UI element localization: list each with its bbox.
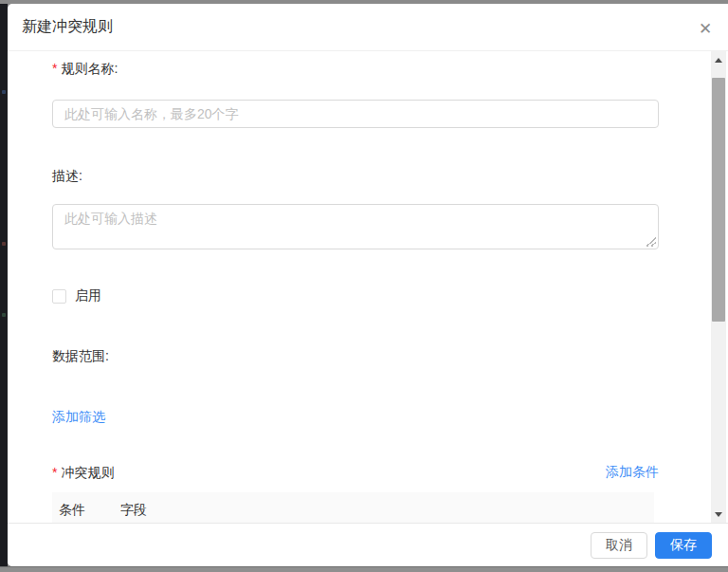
textarea-resize-handle[interactable] <box>646 237 656 247</box>
vertical-scrollbar[interactable] <box>711 51 726 523</box>
dimmed-background-page <box>0 4 8 566</box>
column-header-field: 字段 <box>120 502 147 519</box>
description-field-wrap <box>52 204 659 249</box>
data-scope-label: 数据范围: <box>52 346 659 365</box>
cancel-button[interactable]: 取消 <box>591 532 647 559</box>
background-artifact <box>2 90 6 94</box>
background-artifact <box>2 313 6 317</box>
dialog-footer: 取消 保存 <box>8 523 728 566</box>
rule-name-label: *规则名称: <box>52 59 659 78</box>
enable-checkbox[interactable] <box>52 289 66 304</box>
enable-row: 启用 <box>52 287 659 304</box>
create-conflict-rule-dialog: 新建冲突规则 ✕ *规则名称: 描述: 启用 数据范围: 添加筛选 *冲突规则 … <box>8 4 728 566</box>
scrollbar-thumb[interactable] <box>712 78 725 322</box>
description-label: 描述: <box>52 166 659 185</box>
rule-name-label-text: 规则名称: <box>61 61 118 76</box>
enable-label: 启用 <box>75 287 101 304</box>
column-header-condition: 条件 <box>59 502 120 519</box>
form-content: *规则名称: 描述: 启用 数据范围: 添加筛选 *冲突规则 添加条件 条件 字… <box>8 51 728 523</box>
close-icon[interactable]: ✕ <box>694 17 717 40</box>
dialog-body: *规则名称: 描述: 启用 数据范围: 添加筛选 *冲突规则 添加条件 条件 字… <box>8 51 728 523</box>
add-condition-link[interactable]: 添加条件 <box>606 464 659 481</box>
conflict-table-header: 条件 字段 <box>52 492 654 523</box>
dialog-header: 新建冲突规则 ✕ <box>8 4 728 51</box>
dialog-title: 新建冲突规则 <box>22 17 113 37</box>
conflict-rule-label-text: 冲突规则 <box>61 463 114 482</box>
conflict-rule-row: *冲突规则 添加条件 <box>52 463 659 482</box>
required-asterisk: * <box>52 465 57 480</box>
scroll-down-arrow-icon[interactable] <box>711 506 726 523</box>
save-button[interactable]: 保存 <box>655 532 712 559</box>
add-filter-link[interactable]: 添加筛选 <box>52 409 105 426</box>
description-textarea[interactable] <box>52 204 659 249</box>
scroll-up-arrow-icon[interactable] <box>711 51 726 68</box>
background-artifact <box>2 242 6 246</box>
conflict-rule-label: *冲突规则 <box>52 463 114 482</box>
required-asterisk: * <box>52 61 57 76</box>
rule-name-input[interactable] <box>52 100 659 128</box>
window-bottom-edge <box>0 566 728 572</box>
